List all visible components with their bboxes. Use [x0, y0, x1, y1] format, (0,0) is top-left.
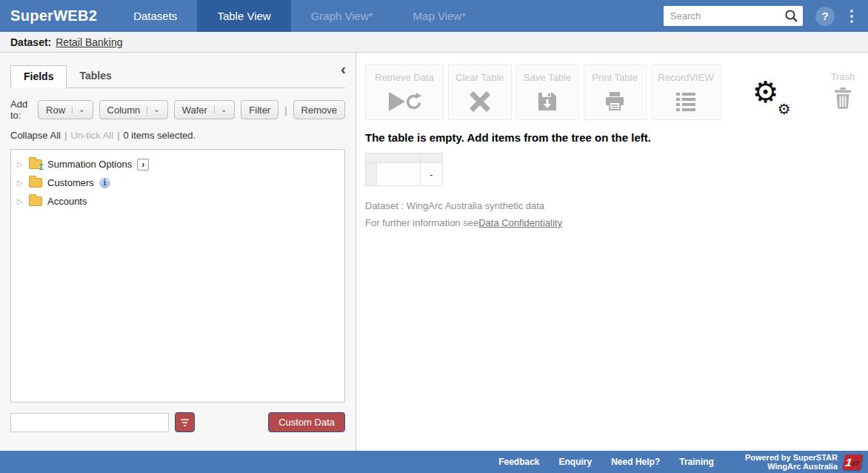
tree-actions-row: Collapse All|Un-tick All|0 items selecte…: [10, 130, 345, 141]
table-cell: [377, 163, 421, 186]
footer-link-enquiry[interactable]: Enquiry: [559, 457, 592, 467]
table-view-panel: Retrieve Data Clear Table Save Table Pri…: [356, 53, 868, 451]
tree-item-label[interactable]: Summation Options: [47, 159, 132, 170]
settings-gears-icon[interactable]: ⚙ ⚙: [752, 76, 792, 115]
nav-tab-datasets[interactable]: Datasets: [113, 0, 197, 32]
expander-icon[interactable]: ▷: [17, 160, 24, 168]
footer-link-training[interactable]: Training: [679, 457, 714, 467]
wafer-dropdown[interactable]: Wafer⌄: [174, 100, 236, 119]
summation-options-arrow-button[interactable]: ›: [137, 159, 149, 171]
nav-tab-graph-view[interactable]: Graph View*: [291, 0, 393, 32]
navbar-search: [664, 6, 803, 26]
nav-tab-map-view[interactable]: Map View*: [393, 0, 486, 32]
tree-item-accounts: ▷ Accounts: [17, 192, 338, 211]
tree-filter-input[interactable]: [10, 413, 169, 432]
dataset-info-text: Dataset : WingArc Australia synthetic da…: [365, 200, 868, 211]
items-selected-count: 0 items selected.: [124, 130, 196, 141]
chevron-down-icon: ⌄: [214, 106, 227, 113]
collapse-panel-icon[interactable]: ‹: [341, 62, 346, 76]
summation-folder-icon: Σ: [29, 159, 42, 169]
further-info-line: For further information seeData Confiden…: [365, 217, 868, 228]
main-nav-tabs: Datasets Table View Graph View* Map View…: [113, 0, 486, 32]
tab-tables[interactable]: Tables: [67, 65, 124, 87]
sidebar-tabs: Fields Tables: [10, 65, 345, 88]
dataset-label: Dataset:: [10, 36, 51, 48]
play-refresh-icon: [387, 83, 422, 119]
table-cell-empty-value: -: [421, 163, 443, 186]
data-confidentiality-link[interactable]: Data Confidentiality: [478, 217, 562, 228]
nav-tab-table-view[interactable]: Table View: [197, 0, 290, 32]
search-icon[interactable]: [784, 9, 798, 26]
folder-icon: [29, 178, 42, 188]
info-icon[interactable]: i: [99, 177, 110, 188]
row-dropdown[interactable]: Row⌄: [38, 100, 93, 119]
table-row-header: [366, 163, 377, 186]
sidebar-bottom-bar: Custom Data: [10, 412, 345, 432]
tab-fields[interactable]: Fields: [10, 65, 67, 88]
filter-icon: [181, 419, 189, 420]
table-column-header: [366, 153, 421, 163]
add-to-label: Add to:: [10, 99, 32, 121]
powered-by-text: Powered by SuperSTAR WingArc Australia: [745, 453, 838, 471]
printer-icon: [604, 83, 625, 119]
trash-dropzone[interactable]: Trash: [831, 64, 855, 113]
untick-all-link[interactable]: Un-tick All: [70, 130, 113, 141]
help-icon[interactable]: ?: [815, 7, 835, 26]
remove-button[interactable]: Remove: [293, 100, 345, 119]
search-input[interactable]: [664, 6, 803, 26]
separator: |: [284, 105, 287, 116]
table-toolbar: Retrieve Data Clear Table Save Table Pri…: [365, 64, 868, 120]
clear-table-button[interactable]: Clear Table: [448, 64, 512, 120]
footer-link-need-help[interactable]: Need Help?: [611, 457, 660, 467]
tree-item-label[interactable]: Customers: [47, 177, 94, 188]
folder-icon: [29, 196, 42, 206]
app-logo: SuperWEB2: [0, 7, 113, 24]
retrieve-data-button[interactable]: Retrieve Data: [365, 64, 444, 120]
tree-item-customers: ▷ Customers i: [17, 173, 338, 192]
footer-link-feedback[interactable]: Feedback: [498, 457, 539, 467]
sigma-badge-icon: Σ: [39, 163, 44, 171]
tree-filter-button[interactable]: [175, 412, 195, 432]
superstar-1st-logo: 1ST: [842, 454, 863, 470]
recordview-button[interactable]: RecordVIEW: [651, 64, 721, 120]
tree-item-label[interactable]: Accounts: [47, 196, 87, 207]
trash-icon: [834, 87, 852, 113]
column-dropdown[interactable]: Column⌄: [99, 100, 168, 119]
dataset-breadcrumb-bar: Dataset: Retail Banking: [0, 32, 868, 53]
field-tree: ▷ Σ Summation Options › ▷ Customers i ▷ …: [10, 149, 345, 403]
add-to-toolbar: Add to: Row⌄ Column⌄ Wafer⌄ Filter | Rem…: [10, 99, 345, 121]
save-disk-icon: [537, 83, 558, 119]
overflow-menu-icon[interactable]: [846, 7, 858, 26]
chevron-down-icon: ⌄: [72, 106, 84, 113]
record-list-icon: [676, 83, 695, 119]
dataset-link[interactable]: Retail Banking: [56, 36, 122, 48]
footer-bar: Feedback Enquiry Need Help? Training Pow…: [0, 451, 868, 473]
empty-table-message: The table is empty. Add items from the t…: [365, 131, 868, 144]
expander-icon[interactable]: ▷: [17, 197, 24, 205]
further-info-prefix: For further information see: [365, 217, 478, 228]
chevron-down-icon: ⌄: [147, 106, 159, 113]
expander-icon[interactable]: ▷: [17, 179, 24, 187]
custom-data-button[interactable]: Custom Data: [268, 412, 345, 432]
print-table-button[interactable]: Print Table: [584, 64, 647, 120]
save-table-button[interactable]: Save Table: [516, 64, 579, 120]
filter-button[interactable]: Filter: [241, 100, 278, 119]
collapse-all-link[interactable]: Collapse All: [10, 130, 61, 141]
empty-table-placeholder: -: [365, 153, 443, 186]
top-navbar: SuperWEB2 Datasets Table View Graph View…: [0, 0, 868, 32]
clear-x-icon: [469, 83, 491, 119]
fields-sidebar: ‹ Fields Tables Add to: Row⌄ Column⌄ Waf…: [0, 53, 356, 451]
footer-links: Feedback Enquiry Need Help? Training: [498, 457, 714, 467]
tree-item-summation-options: ▷ Σ Summation Options ›: [17, 155, 338, 173]
table-column-header: [421, 153, 443, 163]
